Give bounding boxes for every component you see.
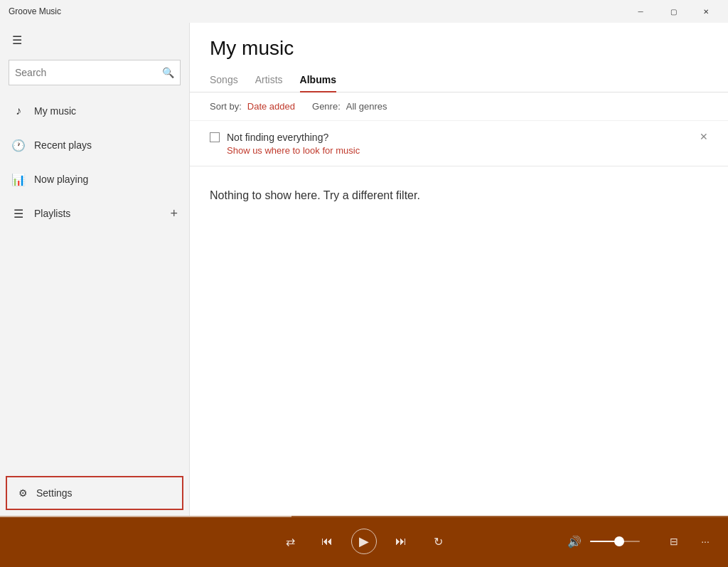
- list-icon: ☰: [11, 207, 26, 221]
- tab-albums[interactable]: Albums: [300, 68, 336, 92]
- page-title: My music: [190, 23, 728, 68]
- tabs-container: Songs Artists Albums: [190, 68, 728, 92]
- info-checkbox[interactable]: [210, 132, 220, 142]
- empty-state-message: Nothing to show here. Try a different fi…: [210, 189, 420, 202]
- search-input[interactable]: [15, 67, 162, 78]
- sidebar-item-label: Recent plays: [34, 139, 92, 151]
- search-box: 🔍: [9, 60, 181, 85]
- gear-icon: ⚙: [18, 487, 28, 499]
- minimize-button[interactable]: ─: [624, 0, 657, 23]
- music-note-icon: ♪: [11, 105, 26, 117]
- info-text-area: Not finding everything? Show us where to…: [227, 131, 691, 156]
- settings-label: Settings: [36, 487, 73, 499]
- volume-slider[interactable]: [590, 541, 654, 542]
- play-button[interactable]: ▶: [351, 529, 377, 554]
- settings-item[interactable]: ⚙ Settings: [6, 476, 183, 510]
- tab-artists[interactable]: Artists: [255, 68, 283, 92]
- filter-bar: Sort by: Date added Genre: All genres: [190, 92, 728, 121]
- genre-label: Genre:: [312, 101, 341, 112]
- close-button[interactable]: ✕: [690, 0, 722, 23]
- window-controls: ─ ▢ ✕: [624, 0, 722, 23]
- title-bar: Groove Music ─ ▢ ✕: [0, 0, 728, 23]
- next-button[interactable]: ⏭: [388, 529, 414, 554]
- volume-thumb: [614, 536, 624, 546]
- playback-progress: [0, 516, 728, 517]
- playback-bar: ⇄ ⏮ ▶ ⏭ ↻ 🔊 ⊟ ···: [0, 516, 728, 567]
- sort-value[interactable]: Date added: [247, 101, 295, 112]
- sidebar-item-playlists[interactable]: ☰ Playlists +: [0, 196, 189, 230]
- playback-progress-fill: [0, 516, 291, 517]
- more-options-button[interactable]: ···: [694, 530, 717, 553]
- search-icon[interactable]: 🔍: [162, 67, 174, 78]
- sidebar-item-label: Now playing: [34, 174, 88, 185]
- info-banner-close-button[interactable]: ✕: [700, 131, 708, 142]
- playback-right-controls: 🔊 ⊟ ···: [567, 530, 717, 553]
- volume-track: [590, 541, 640, 542]
- tab-songs[interactable]: Songs: [210, 68, 238, 92]
- main-content: My music Songs Artists Albums Sort by: D…: [190, 23, 728, 516]
- sidebar-item-my-music[interactable]: ♪ My music: [0, 94, 189, 128]
- sort-label: Sort by:: [210, 101, 242, 112]
- previous-button[interactable]: ⏮: [314, 529, 340, 554]
- sidebar-spacer: [0, 230, 189, 470]
- clock-icon: 🕐: [11, 139, 26, 152]
- playlists-label: Playlists: [34, 208, 70, 219]
- add-playlist-button[interactable]: +: [170, 206, 178, 221]
- sidebar-item-now-playing[interactable]: 📊 Now playing: [0, 162, 189, 196]
- sidebar: ☰ 🔍 ♪ My music 🕐 Recent plays 📊 Now play…: [0, 23, 190, 516]
- empty-state: Nothing to show here. Try a different fi…: [190, 166, 728, 516]
- bar-chart-icon: 📊: [11, 173, 26, 186]
- genre-value[interactable]: All genres: [346, 101, 387, 112]
- hamburger-button[interactable]: ☰: [0, 23, 34, 57]
- sidebar-item-label: My music: [34, 105, 76, 117]
- shuffle-button[interactable]: ⇄: [277, 529, 303, 554]
- mini-player-button[interactable]: ⊟: [663, 530, 685, 553]
- info-link[interactable]: Show us where to look for music: [227, 145, 691, 156]
- info-banner: Not finding everything? Show us where to…: [190, 121, 728, 166]
- info-main-text: Not finding everything?: [227, 132, 328, 143]
- sidebar-item-recent-plays[interactable]: 🕐 Recent plays: [0, 128, 189, 162]
- maximize-button[interactable]: ▢: [657, 0, 690, 23]
- app-title: Groove Music: [9, 6, 61, 16]
- volume-button[interactable]: 🔊: [567, 535, 582, 549]
- app-body: ☰ 🔍 ♪ My music 🕐 Recent plays 📊 Now play…: [0, 23, 728, 516]
- repeat-button[interactable]: ↻: [425, 529, 451, 554]
